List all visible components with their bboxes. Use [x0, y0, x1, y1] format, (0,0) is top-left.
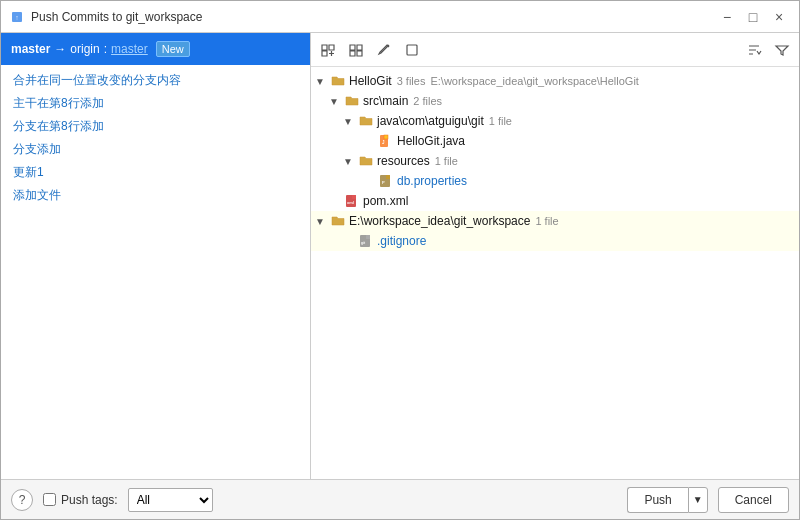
branch-name: master: [11, 42, 50, 56]
content-area: master → origin : master New 合并在同一位置改变的分…: [1, 33, 799, 479]
minimize-button[interactable]: −: [715, 5, 739, 29]
list-item[interactable]: 添加文件: [1, 184, 310, 207]
table-row[interactable]: ▼HelloGit3 filesE:\workspace_idea\git_wo…: [311, 71, 799, 91]
titlebar: ↑ Push Commits to git_workspace − □ ×: [1, 1, 799, 33]
footer: ? Push tags: All Annotated None Push ▼ C…: [1, 479, 799, 519]
tree-arrow-icon: [327, 194, 341, 208]
folder-icon: [358, 113, 374, 129]
push-tags-dropdown[interactable]: All Annotated None: [128, 488, 213, 512]
list-item[interactable]: 更新1: [1, 161, 310, 184]
window-icon: ↑: [9, 9, 25, 25]
folder-icon: [344, 93, 360, 109]
push-dropdown-arrow[interactable]: ▼: [688, 487, 708, 513]
arrow-icon: →: [54, 42, 66, 56]
window-controls: − □ ×: [715, 5, 791, 29]
svg-rect-4: [384, 135, 388, 139]
push-button[interactable]: Push: [627, 487, 687, 513]
tree-label: pom.xml: [363, 194, 408, 208]
svg-rect-2: [407, 45, 417, 55]
tree-arrow-icon: [361, 134, 375, 148]
table-row[interactable]: xmlpom.xml: [311, 191, 799, 211]
xml-file-icon: xml: [344, 193, 360, 209]
select-icon: [404, 42, 420, 58]
table-row[interactable]: ▼src\main2 files: [311, 91, 799, 111]
tree-arrow-icon[interactable]: ▼: [341, 154, 355, 168]
table-row[interactable]: ▼java\com\atguigu\git1 file: [311, 111, 799, 131]
table-row[interactable]: ▼resources1 file: [311, 151, 799, 171]
file-tree: ▼HelloGit3 filesE:\workspace_idea\git_wo…: [311, 67, 799, 479]
cancel-button[interactable]: Cancel: [718, 487, 789, 513]
colon-sep: :: [104, 42, 107, 56]
svg-rect-8: [386, 175, 390, 179]
table-row[interactable]: Pdb.properties: [311, 171, 799, 191]
expand-all-button[interactable]: [315, 37, 341, 63]
folder-icon: [330, 73, 346, 89]
push-tags-checkbox[interactable]: [43, 493, 56, 506]
collapse-all-icon: [348, 42, 364, 58]
push-tags-text: Push tags:: [61, 493, 118, 507]
help-button[interactable]: ?: [11, 489, 33, 511]
filter-icon: [774, 42, 790, 58]
svg-rect-14: [366, 235, 370, 239]
tree-label: HelloGit: [349, 74, 392, 88]
tree-label: resources: [377, 154, 430, 168]
new-badge: New: [156, 41, 190, 57]
right-toolbar: [311, 33, 799, 67]
tree-meta: 1 file: [435, 155, 458, 167]
commits-list: 合并在同一位置改变的分支内容主干在第8行添加分支在第8行添加分支添加更新1添加文…: [1, 65, 310, 479]
tree-path: E:\workspace_idea\git_workspace\HelloGit: [430, 75, 639, 87]
master-link[interactable]: master: [111, 42, 148, 56]
collapse-all-button[interactable]: [343, 37, 369, 63]
edit-button[interactable]: [371, 37, 397, 63]
svg-text:↑: ↑: [15, 14, 19, 21]
list-item[interactable]: 分支添加: [1, 138, 310, 161]
tree-arrow-icon[interactable]: ▼: [327, 94, 341, 108]
select-button[interactable]: [399, 37, 425, 63]
folder-icon: [330, 213, 346, 229]
main-window: ↑ Push Commits to git_workspace − □ × ma…: [0, 0, 800, 520]
tree-label: db.properties: [397, 174, 467, 188]
java-file-icon: J: [378, 133, 394, 149]
table-row[interactable]: ▼E:\workspace_idea\git_workspace1 file: [311, 211, 799, 231]
table-row[interactable]: JHelloGit.java: [311, 131, 799, 151]
tree-label: HelloGit.java: [397, 134, 465, 148]
svg-text:P: P: [382, 180, 385, 185]
tree-arrow-icon[interactable]: ▼: [313, 214, 327, 228]
tree-meta: 3 files: [397, 75, 426, 87]
push-button-group: Push ▼: [627, 487, 707, 513]
svg-rect-11: [352, 195, 356, 199]
sort-icon: [746, 42, 762, 58]
filter-button[interactable]: [769, 37, 795, 63]
table-row[interactable]: git.gitignore: [311, 231, 799, 251]
list-item[interactable]: 主干在第8行添加: [1, 92, 310, 115]
window-title: Push Commits to git_workspace: [31, 10, 715, 24]
push-tags-label[interactable]: Push tags:: [43, 493, 118, 507]
tree-meta: 1 file: [535, 215, 558, 227]
left-panel: master → origin : master New 合并在同一位置改变的分…: [1, 33, 311, 479]
expand-all-icon: [320, 42, 336, 58]
maximize-button[interactable]: □: [741, 5, 765, 29]
sort-button[interactable]: [741, 37, 767, 63]
list-item[interactable]: 合并在同一位置改变的分支内容: [1, 69, 310, 92]
branch-header: master → origin : master New: [1, 33, 310, 65]
tree-arrow-icon[interactable]: ▼: [341, 114, 355, 128]
tree-label: E:\workspace_idea\git_workspace: [349, 214, 530, 228]
tree-label: .gitignore: [377, 234, 426, 248]
tree-arrow-icon: [341, 234, 355, 248]
edit-icon: [376, 42, 392, 58]
close-button[interactable]: ×: [767, 5, 791, 29]
tree-arrow-icon: [361, 174, 375, 188]
tree-label: src\main: [363, 94, 408, 108]
git-file-icon: git: [358, 233, 374, 249]
list-item[interactable]: 分支在第8行添加: [1, 115, 310, 138]
tree-meta: 2 files: [413, 95, 442, 107]
tree-meta: 1 file: [489, 115, 512, 127]
tree-arrow-icon[interactable]: ▼: [313, 74, 327, 88]
properties-file-icon: P: [378, 173, 394, 189]
origin-label: origin: [70, 42, 99, 56]
folder-icon: [358, 153, 374, 169]
tree-label: java\com\atguigu\git: [377, 114, 484, 128]
svg-text:xml: xml: [347, 200, 354, 205]
right-panel: ▼HelloGit3 filesE:\workspace_idea\git_wo…: [311, 33, 799, 479]
push-arrow-icon: ▼: [693, 494, 703, 505]
